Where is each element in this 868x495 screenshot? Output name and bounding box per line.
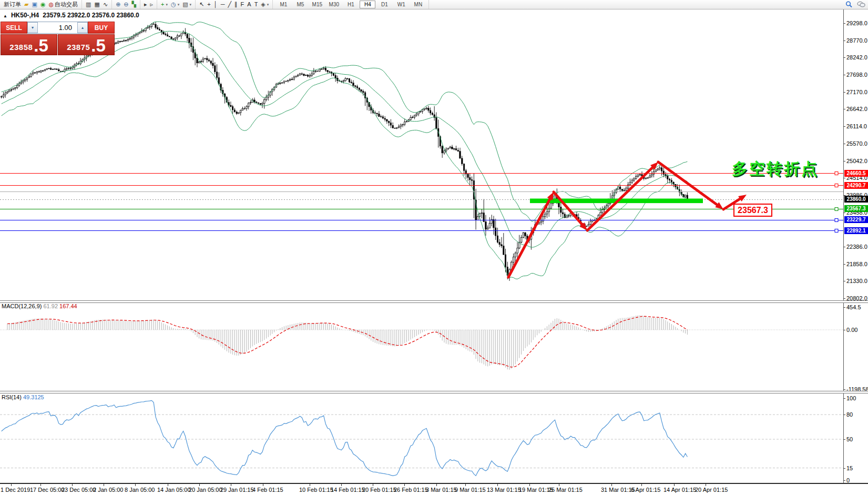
- arrows-icon: ◈: [261, 1, 265, 8]
- buy-button[interactable]: BUY: [88, 22, 115, 34]
- volume-input[interactable]: 1.00: [38, 22, 77, 33]
- cursor-icon: ↖: [199, 1, 204, 8]
- time-tick-label: 20 Jan 05:00: [189, 487, 222, 493]
- time-tick-label: 13 Mar 01:15: [487, 487, 521, 493]
- toolbar-vertical-line-button[interactable]: │: [212, 1, 219, 8]
- macd-panel[interactable]: [0, 302, 843, 391]
- zoom-out-icon: ⊖: [124, 1, 128, 8]
- line-chart-icon: ∿: [103, 1, 108, 8]
- timeframe-W1-button[interactable]: W1: [393, 1, 409, 8]
- rsi-value: 49.3125: [23, 394, 44, 400]
- turning-point-annotation[interactable]: 多空转折点: [732, 158, 819, 180]
- toolbar-arrows-button[interactable]: ◈▾: [259, 1, 270, 8]
- price-tick-mark: [843, 213, 845, 213]
- time-tick-mark: [529, 484, 530, 486]
- price-chart[interactable]: [0, 9, 843, 301]
- price-tick-label: 28242.0: [846, 54, 867, 60]
- support-price-label[interactable]: 23567.3: [733, 204, 772, 217]
- price-tick-label: 26114.0: [846, 123, 867, 129]
- toolbar-auto-trading-button[interactable]: ◍自动交易: [47, 1, 79, 8]
- price-tick-mark: [843, 298, 845, 299]
- price-tick-mark: [843, 23, 845, 24]
- price-tick-mark: [843, 281, 845, 281]
- toolbar-crosshair-button[interactable]: +: [206, 1, 212, 8]
- time-tick-mark: [72, 484, 73, 486]
- volume-decrease-button[interactable]: ▾: [27, 22, 38, 33]
- indicators-icon: +: [161, 1, 164, 8]
- symbol-period-label: HK50-,H4: [11, 12, 39, 19]
- sell-price-display[interactable]: 23858 .5: [1, 34, 57, 55]
- price-tick-label: 29298.0: [846, 20, 867, 26]
- rsi-panel[interactable]: [0, 392, 843, 483]
- templates-icon: ▧: [182, 1, 188, 8]
- price-tick-label: 27698.0: [846, 72, 867, 78]
- price-tick-mark: [843, 264, 845, 265]
- timeframe-H1-button[interactable]: H1: [343, 1, 359, 8]
- time-tick-mark: [706, 484, 706, 486]
- time-tick-mark: [341, 484, 342, 486]
- price-line-badge: 23860.0: [844, 196, 868, 203]
- toolbar-equidistant-channel-button[interactable]: ∥: [233, 1, 239, 8]
- price-tick-mark: [843, 92, 845, 93]
- toolbar-zoom-in-button[interactable]: ⊕: [114, 1, 122, 8]
- timeframe-M30-button[interactable]: M30: [326, 1, 342, 8]
- macd-indicator-label: MACD(12,26,9) 61.92 167.44: [2, 303, 77, 309]
- macd-panel-divider[interactable]: [0, 300, 868, 303]
- toolbar-periods-button[interactable]: ◷▾: [169, 1, 181, 8]
- tile-windows-icon: ▚: [132, 1, 136, 8]
- price-line-badge: 23567.3: [844, 205, 868, 212]
- sell-button[interactable]: SELL: [1, 22, 27, 34]
- toolbar-cursor-button[interactable]: ↖: [198, 1, 206, 8]
- price-line-badge: 24290.7: [844, 182, 868, 189]
- toolbar-bar-chart-button[interactable]: ▥: [84, 1, 93, 8]
- toolbar-zoom-out-button[interactable]: ⊖: [122, 1, 130, 8]
- toolbar-auto-scroll-button[interactable]: ▸: [142, 1, 149, 8]
- chart-shift-icon: ▹: [150, 1, 154, 8]
- toolbar-indicators-button[interactable]: +▾: [159, 1, 169, 8]
- price-tick-mark: [843, 161, 845, 161]
- price-line-badge: 22892.1: [844, 227, 868, 234]
- toolbar-horizontal-line-button[interactable]: ─: [219, 1, 227, 8]
- chat-icon[interactable]: [857, 1, 865, 8]
- chevron-down-icon[interactable]: ▾: [178, 3, 180, 7]
- toolbar-ticket-button[interactable]: ▰: [23, 1, 30, 8]
- timeframe-D1-button[interactable]: D1: [376, 1, 392, 8]
- toolbar-templates-button[interactable]: ▧▾: [181, 1, 193, 8]
- new-order-label: 新订单: [4, 1, 21, 8]
- timeframe-MN-button[interactable]: MN: [410, 1, 426, 8]
- volume-spinner: ▾ 1.00 ▴: [27, 22, 88, 34]
- toolbar-candlestick-chart-button[interactable]: ▦: [93, 1, 101, 8]
- toolbar-chart-shift-button[interactable]: ▹: [149, 1, 155, 8]
- toolbar-chart-window-button[interactable]: ▣: [30, 1, 38, 8]
- toolbar-tile-windows-button[interactable]: ▚: [130, 1, 138, 8]
- price-tick-mark: [843, 75, 845, 75]
- timeframe-M15-button[interactable]: M15: [309, 1, 325, 8]
- timeframe-M1-button[interactable]: M1: [275, 1, 291, 8]
- sell-price-frac: .5: [34, 38, 48, 54]
- macd-tick-label: 454.5: [846, 304, 861, 310]
- toolbar-new-order-button[interactable]: 新订单: [2, 1, 23, 8]
- toolbar-fibonacci-button[interactable]: F: [239, 1, 246, 8]
- toolbar-sound-button[interactable]: ◉: [39, 1, 47, 8]
- timeframe-M5-button[interactable]: M5: [292, 1, 308, 8]
- time-tick-label: 25 Mar 01:15: [548, 487, 583, 493]
- rsi-tick-mark: [843, 415, 845, 415]
- toolbar-text-label-button[interactable]: T: [253, 1, 260, 8]
- chevron-down-icon[interactable]: ▾: [267, 3, 269, 7]
- price-tick-label: 21858.0: [846, 261, 867, 267]
- toolbar-line-chart-button[interactable]: ∿: [101, 1, 109, 8]
- chevron-down-icon[interactable]: ▾: [166, 3, 168, 7]
- timeframe-H4-button[interactable]: H4: [360, 1, 375, 8]
- buy-price-display[interactable]: 23875 .5: [58, 34, 115, 55]
- toolbar-text-button[interactable]: A: [246, 1, 252, 8]
- time-tick-mark: [310, 484, 310, 486]
- search-icon[interactable]: [845, 1, 852, 8]
- toolbar-trend-line-button[interactable]: ╱: [226, 1, 233, 8]
- time-tick-label: 3 Mar 01:15: [426, 487, 457, 493]
- macd-signal-value: 167.44: [59, 303, 77, 309]
- price-tick-mark: [843, 178, 845, 178]
- volume-increase-button[interactable]: ▴: [77, 22, 88, 33]
- rsi-tick-mark: [843, 439, 845, 440]
- chevron-down-icon[interactable]: ▾: [190, 3, 192, 7]
- rsi-panel-divider[interactable]: [0, 391, 868, 393]
